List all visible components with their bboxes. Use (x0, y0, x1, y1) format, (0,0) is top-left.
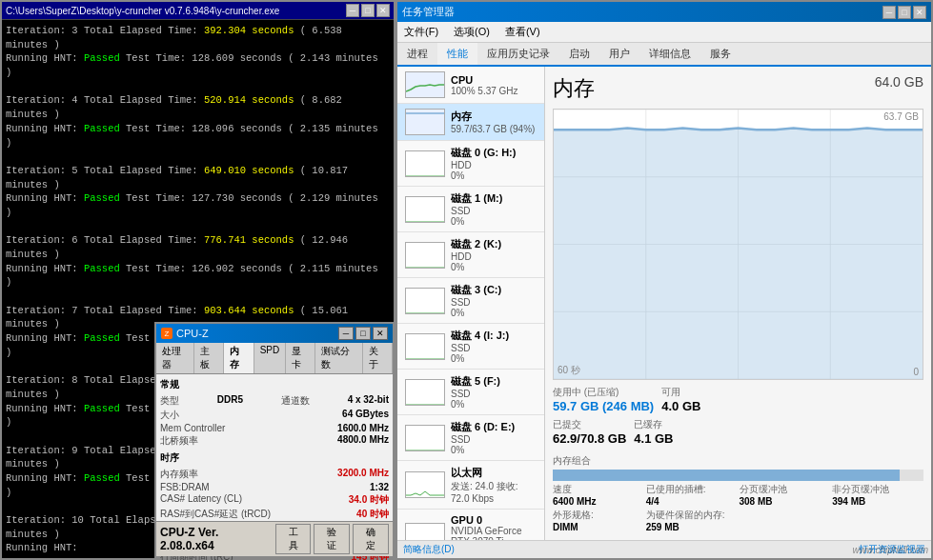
disk6-name: 磁盘 6 (D: E:) (451, 420, 537, 434)
resource-disk4[interactable]: 磁盘 4 (I: J:) SSD 0% (397, 324, 544, 370)
cpuz-validate-btn[interactable]: 验证 (314, 524, 350, 554)
disk6-percent: 0% (451, 445, 537, 455)
disk0-percent: 0% (451, 170, 537, 181)
taskmgr-content: CPU 100% 5.37 GHz 内存 59.7/63.7 GB (94%) (397, 67, 931, 540)
svg-rect-6 (406, 334, 445, 360)
tab-services[interactable]: 服务 (700, 43, 740, 67)
tab-details[interactable]: 详细信息 (639, 43, 700, 67)
cpuz-tab-gpu[interactable]: 显卡 (286, 343, 315, 373)
menu-options[interactable]: 选项(O) (451, 24, 493, 40)
tab-users[interactable]: 用户 (599, 43, 639, 67)
ethernet-mini-graph (405, 471, 445, 498)
gpu-detail: NVIDIA GeForce RTX 3070 Ti (451, 526, 537, 540)
stats-row2: 已提交 62.9/70.8 GB 已缓存 4.1 GB (553, 418, 923, 446)
svg-rect-3 (406, 197, 445, 223)
detail-hw-value: 259 MB (646, 522, 738, 532)
stat-cached-label: 已缓存 (634, 418, 673, 431)
detail-slots: 已使用的插槽: 4/4 (646, 483, 738, 507)
cpuz-fsb-value: 1:32 (370, 482, 389, 492)
cpuz-tab-bench[interactable]: 测试分数 (315, 343, 362, 373)
tab-app-history[interactable]: 应用历史记录 (477, 43, 559, 67)
cpuz-rascas-label: RAS#到CAS#延迟 (tRCD) (160, 508, 271, 521)
disk1-type: SSD (451, 206, 537, 216)
cpuz-type-label: 类型 (160, 394, 179, 408)
cpuz-tab-processor[interactable]: 处理器 (156, 343, 194, 373)
resource-memory[interactable]: 内存 59.7/63.7 GB (94%) (397, 104, 544, 141)
disk2-mini-graph (405, 242, 445, 269)
resource-cpu[interactable]: CPU 100% 5.37 GHz (397, 67, 544, 104)
gpu-name: GPU 0 (451, 514, 537, 526)
terminal-line: Iteration: 6 Total Elapsed Time: 776.741… (6, 233, 390, 261)
cpuz-tab-spd[interactable]: SPD (254, 343, 287, 373)
cpuz-nb-label: 北桥频率 (160, 434, 198, 448)
disk6-type: SSD (451, 434, 537, 445)
taskmgr-close-btn[interactable]: ✕ (913, 6, 926, 19)
disk2-percent: 0% (451, 262, 537, 272)
gpu-mini-graph (405, 523, 445, 541)
cpuz-size-label: 大小 (160, 409, 179, 422)
resource-disk5[interactable]: 磁盘 5 (F:) SSD 0% (397, 370, 544, 415)
terminal-line: Running HNT: Passed Test Time: 126.902 s… (6, 262, 390, 290)
terminal-minimize-btn[interactable]: ─ (346, 4, 359, 17)
resource-disk0[interactable]: 磁盘 0 (G: H:) HDD 0% (397, 141, 544, 187)
cpuz-size-row: 大小 64 GBytes (160, 409, 389, 422)
stat-available-value: 4.0 GB (661, 399, 700, 413)
graph-min-label: 0 (913, 367, 919, 377)
cpuz-minimize-btn[interactable]: ─ (338, 327, 354, 340)
terminal-line: Running HNT: Passed Test Time: 128.096 s… (6, 122, 390, 150)
details-grid: 速度 6400 MHz 已使用的插槽: 4/4 分页缓冲池 308 MB 非分页… (553, 483, 923, 532)
cpuz-maximize-btn[interactable]: □ (355, 327, 371, 340)
terminal-close-btn[interactable]: ✕ (376, 4, 390, 17)
taskmgr-menubar: 文件(F) 选项(O) 查看(V) (397, 22, 931, 43)
menu-file[interactable]: 文件(F) (401, 24, 441, 40)
disk3-type: SSD (451, 297, 537, 308)
resource-disk3[interactable]: 磁盘 3 (C:) SSD 0% (397, 278, 544, 324)
resource-disk6[interactable]: 磁盘 6 (D: E:) SSD 0% (397, 415, 544, 461)
detail-paged-value: 308 MB (740, 496, 831, 507)
cpuz-ok-btn[interactable]: 确定 (353, 524, 389, 554)
tab-performance[interactable]: 性能 (437, 43, 477, 67)
resource-disk1[interactable]: 磁盘 1 (M:) SSD 0% (397, 187, 544, 232)
disk3-name: 磁盘 3 (C:) (451, 283, 537, 297)
stat-in-use-label: 使用中 (已压缩) (553, 386, 654, 399)
resource-gpu[interactable]: GPU 0 NVIDIA GeForce RTX 3070 Ti 5% (34 … (397, 510, 544, 540)
cpuz-general-title: 常规 (160, 378, 389, 391)
cpuz-tab-about[interactable]: 关于 (363, 343, 393, 373)
terminal-line: Running HNT: Passed Test Time: 127.730 s… (6, 191, 390, 219)
memory-composition: 内存组合 (553, 454, 923, 483)
svg-rect-2 (406, 151, 445, 177)
terminal-maximize-btn[interactable]: □ (361, 4, 375, 17)
taskmgr-maximize-btn[interactable]: □ (898, 6, 911, 19)
cpuz-close-btn[interactable]: ✕ (373, 327, 388, 340)
disk5-mini-graph (405, 379, 445, 406)
disk0-type: HDD (451, 160, 537, 170)
tab-processes[interactable]: 进程 (397, 43, 437, 67)
detail-nonpaged: 非分页缓冲池 394 MB (832, 483, 923, 507)
cpuz-timings-title: 时序 (160, 451, 389, 465)
stat-in-use-value: 59.7 GB (246 MB) (553, 399, 654, 413)
detail-nonpaged-value: 394 MB (832, 496, 923, 507)
cpuz-controller-row: Mem Controller 1600.0 MHz (160, 423, 389, 433)
cpuz-tab-memory[interactable]: 内存 (224, 343, 254, 373)
cpuz-footer-buttons: 工具 验证 确定 (275, 524, 389, 554)
resource-ethernet[interactable]: 以太网 发送: 24.0 接收: 72.0 Kbps (397, 461, 544, 510)
cpu-mini-graph (405, 71, 445, 98)
perf-header: 内存 64.0 GB (553, 74, 923, 103)
disk3-mini-graph (405, 288, 445, 314)
stat-committed: 已提交 62.9/70.8 GB (553, 418, 626, 446)
cpuz-tools-btn[interactable]: 工具 (275, 524, 312, 554)
terminal-line: Iteration: 3 Total Elapsed Time: 392.304… (6, 24, 390, 51)
terminal-title: C:\Users\SuperZ\Desktop\y-cruncher v0.7.… (6, 6, 279, 16)
detail-speed-label: 速度 (553, 483, 644, 496)
menu-view[interactable]: 查看(V) (502, 24, 543, 40)
svg-rect-7 (406, 380, 445, 406)
taskmgr-minimize-btn[interactable]: ─ (882, 6, 896, 19)
statusbar-summary[interactable]: 简略信息(D) (403, 543, 455, 556)
cpuz-tab-board[interactable]: 主板 (194, 343, 224, 373)
disk4-name: 磁盘 4 (I: J:) (451, 329, 537, 343)
graph-max-label: 63.7 GB (883, 111, 919, 122)
resource-disk2[interactable]: 磁盘 2 (K:) HDD 0% (397, 232, 544, 278)
tab-startup[interactable]: 启动 (559, 43, 599, 67)
detail-slots-label: 已使用的插槽: (646, 483, 738, 496)
memory-graph-svg (554, 110, 923, 379)
